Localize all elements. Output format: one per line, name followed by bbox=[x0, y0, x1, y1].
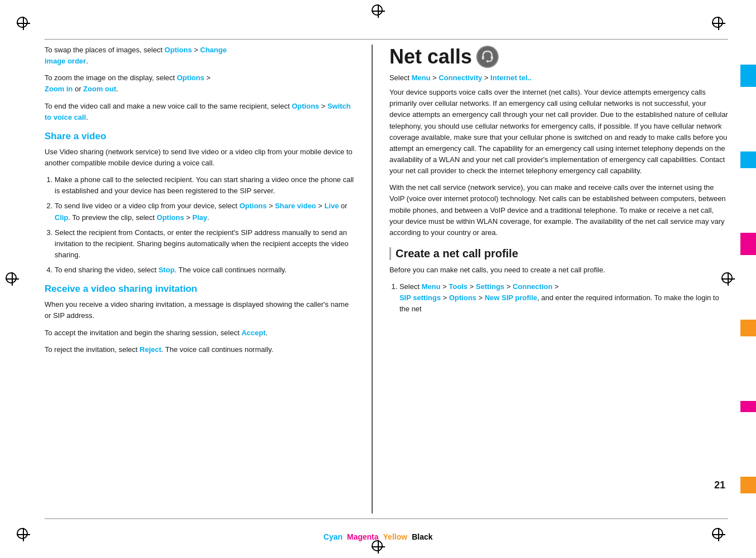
yellow-label: Yellow bbox=[383, 532, 408, 541]
color-bar bbox=[740, 0, 756, 558]
reg-mark-bottom-left bbox=[17, 528, 30, 541]
new-sip-link[interactable]: New SIP profile bbox=[485, 293, 537, 302]
options-link-3[interactable]: Options bbox=[292, 102, 319, 110]
receive-para-1: When you receive a video sharing invitat… bbox=[45, 299, 355, 321]
create-profile-heading: Create a net call profile bbox=[389, 247, 728, 260]
reg-mark-top-left bbox=[17, 17, 30, 30]
color-seg-5 bbox=[740, 168, 756, 233]
reject-link[interactable]: Reject bbox=[140, 345, 162, 354]
svg-point-4 bbox=[486, 60, 489, 62]
options-link-2[interactable]: Options bbox=[177, 74, 204, 82]
connection-link[interactable]: Connection bbox=[513, 282, 553, 291]
magenta-label: Magenta bbox=[347, 532, 379, 541]
share-item-4: To end sharing the video, select Stop. T… bbox=[55, 265, 355, 276]
share-video-para: Use Video sharing (network service) to s… bbox=[45, 146, 355, 169]
select-instruction: Select Menu > Connectivity > Internet te… bbox=[389, 72, 728, 84]
left-column: To swap the places of images, select Opt… bbox=[45, 45, 373, 513]
reg-mark-mid-left bbox=[6, 272, 19, 286]
tools-link[interactable]: Tools bbox=[448, 282, 467, 291]
svg-point-1 bbox=[477, 47, 498, 67]
bottom-color-line: Cyan Magenta Yellow Black bbox=[321, 532, 435, 541]
create-item-1: Select Menu > Tools > Settings > Connect… bbox=[399, 281, 728, 315]
clip-link[interactable]: Clip bbox=[55, 213, 69, 222]
net-calls-header: Net calls bbox=[389, 45, 728, 69]
reg-mark-bottom-right bbox=[712, 528, 725, 541]
menu-link-2[interactable]: Menu bbox=[422, 282, 441, 291]
receive-para-3: To reject the invitation, select Reject.… bbox=[45, 344, 355, 355]
para-zoom: To zoom the image on the display, select… bbox=[45, 72, 355, 95]
para-swap: To swap the places of images, select Opt… bbox=[45, 45, 355, 67]
share-video-heading: Share a video bbox=[45, 131, 355, 142]
create-list: Select Menu > Tools > Settings > Connect… bbox=[389, 281, 728, 315]
connectivity-link[interactable]: Connectivity bbox=[438, 74, 482, 82]
options-link-6[interactable]: Options bbox=[449, 293, 476, 302]
receive-heading: Receive a video sharing invitation bbox=[45, 283, 355, 295]
share-item-3: Select the recipient from Contacts, or e… bbox=[55, 227, 355, 261]
top-rule bbox=[45, 39, 728, 40]
options-link-5[interactable]: Options bbox=[157, 213, 184, 222]
play-link[interactable]: Play bbox=[192, 213, 207, 222]
cyan-label: Cyan bbox=[324, 532, 343, 541]
share-video-link[interactable]: Share video bbox=[275, 202, 316, 210]
color-seg-12 bbox=[740, 477, 756, 493]
sip-settings-link[interactable]: SIP settings bbox=[399, 293, 441, 302]
options-link-4[interactable]: Options bbox=[240, 202, 267, 210]
black-label: Black bbox=[412, 532, 432, 541]
color-seg-1 bbox=[740, 0, 756, 65]
options-link-1[interactable]: Options bbox=[164, 46, 192, 54]
reg-mark-top-center bbox=[372, 4, 385, 18]
change-image-link[interactable]: Changeimage order bbox=[45, 46, 227, 65]
phone-icon bbox=[475, 45, 500, 69]
stop-link[interactable]: Stop bbox=[158, 266, 174, 274]
content-area: To swap the places of images, select Opt… bbox=[45, 45, 728, 513]
create-para-1: Before you can make net calls, you need … bbox=[389, 265, 728, 276]
zoom-in-link[interactable]: Zoom in bbox=[45, 85, 73, 93]
color-seg-10 bbox=[740, 401, 756, 412]
reg-mark-top-right bbox=[712, 17, 725, 30]
settings-link[interactable]: Settings bbox=[476, 282, 504, 291]
bottom-rule bbox=[45, 518, 728, 519]
svg-rect-2 bbox=[482, 56, 484, 60]
color-seg-8 bbox=[740, 320, 756, 336]
color-seg-11 bbox=[740, 412, 756, 477]
share-video-list: Make a phone call to the selected recipi… bbox=[45, 174, 355, 276]
net-calls-para-1: Your device supports voice calls over th… bbox=[389, 87, 728, 177]
color-seg-6 bbox=[740, 233, 756, 255]
right-column: Net calls Select Menu > Connectivity > I… bbox=[373, 45, 728, 513]
accept-link[interactable]: Accept bbox=[241, 329, 265, 337]
color-seg-9 bbox=[740, 336, 756, 401]
color-seg-7 bbox=[740, 255, 756, 320]
net-calls-title: Net calls bbox=[389, 46, 472, 68]
internet-tel-link[interactable]: Internet tel.. bbox=[490, 74, 531, 82]
share-item-1: Make a phone call to the selected recipi… bbox=[55, 174, 355, 197]
zoom-out-link[interactable]: Zoom out bbox=[83, 85, 116, 93]
live-link[interactable]: Live bbox=[324, 202, 339, 210]
page: To swap the places of images, select Opt… bbox=[0, 0, 756, 558]
color-seg-3 bbox=[740, 87, 756, 151]
share-item-2: To send live video or a video clip from … bbox=[55, 200, 355, 223]
color-seg-2 bbox=[740, 65, 756, 87]
page-number: 21 bbox=[714, 479, 725, 491]
para-end-video: To end the video call and make a new voi… bbox=[45, 101, 355, 123]
menu-link[interactable]: Menu bbox=[412, 74, 431, 82]
color-seg-4 bbox=[740, 151, 756, 168]
color-seg-13 bbox=[740, 493, 756, 558]
net-calls-para-2: With the net call service (network servi… bbox=[389, 182, 728, 238]
reg-mark-bottom-center bbox=[372, 540, 385, 554]
receive-para-2: To accept the invitation and begin the s… bbox=[45, 327, 355, 339]
